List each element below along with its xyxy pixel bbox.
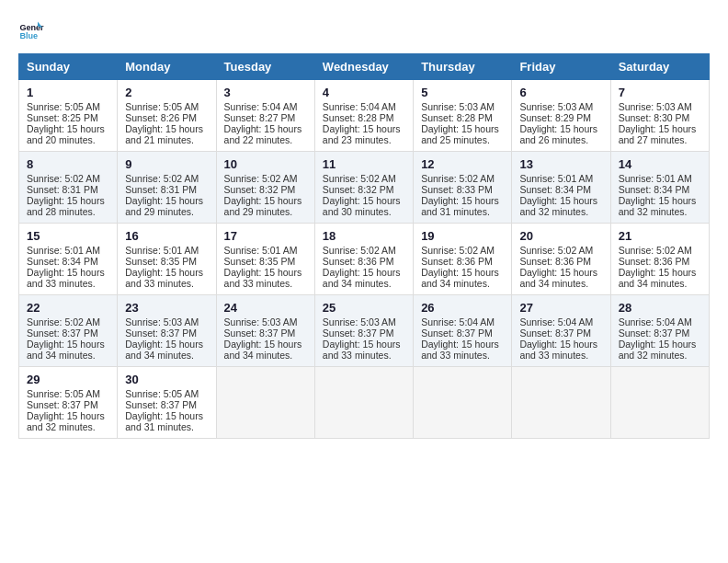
cell-text: and 20 minutes.: [27, 134, 109, 145]
day-number: 23: [125, 301, 208, 315]
cell-text: Sunset: 8:36 PM: [519, 256, 602, 267]
cell-text: Sunset: 8:28 PM: [323, 112, 405, 123]
calendar-cell: 14Sunrise: 5:01 AMSunset: 8:34 PMDayligh…: [610, 152, 709, 224]
day-number: 9: [125, 157, 208, 171]
calendar-cell: 7Sunrise: 5:03 AMSunset: 8:30 PMDaylight…: [610, 80, 709, 152]
cell-text: and 33 minutes.: [519, 350, 602, 361]
calendar-cell: 4Sunrise: 5:04 AMSunset: 8:28 PMDaylight…: [314, 80, 413, 152]
calendar-cell: 25Sunrise: 5:03 AMSunset: 8:37 PMDayligh…: [314, 295, 413, 367]
day-number: 27: [519, 301, 602, 315]
day-number: 26: [421, 301, 504, 315]
cell-text: Daylight: 15 hours: [421, 123, 504, 134]
day-number: 20: [519, 229, 602, 243]
cell-text: Sunrise: 5:04 AM: [421, 316, 504, 327]
calendar-cell: 12Sunrise: 5:02 AMSunset: 8:33 PMDayligh…: [414, 152, 512, 224]
calendar-table: SundayMondayTuesdayWednesdayThursdayFrid…: [18, 53, 710, 439]
calendar-cell: 21Sunrise: 5:02 AMSunset: 8:36 PMDayligh…: [610, 224, 709, 295]
calendar-cell: [512, 367, 610, 439]
cell-text: Sunrise: 5:02 AM: [27, 316, 109, 327]
cell-text: Daylight: 15 hours: [224, 267, 307, 278]
cell-text: Daylight: 15 hours: [421, 339, 504, 350]
cell-text: Daylight: 15 hours: [619, 267, 701, 278]
calendar-cell: 30Sunrise: 5:05 AMSunset: 8:37 PMDayligh…: [118, 367, 216, 439]
cell-text: and 34 minutes.: [323, 278, 405, 289]
day-number: 29: [27, 373, 109, 386]
cell-text: and 23 minutes.: [323, 134, 405, 145]
cell-text: Sunset: 8:27 PM: [224, 112, 307, 123]
week-row-5: 29Sunrise: 5:05 AMSunset: 8:37 PMDayligh…: [19, 367, 710, 439]
cell-text: and 33 minutes.: [125, 278, 208, 289]
day-number: 16: [125, 229, 208, 243]
logo: General Blue: [18, 18, 48, 44]
cell-text: and 25 minutes.: [421, 134, 504, 145]
day-header-friday: Friday: [512, 54, 610, 80]
cell-text: Sunrise: 5:03 AM: [421, 101, 504, 112]
cell-text: Sunrise: 5:05 AM: [27, 101, 109, 112]
calendar-cell: 1Sunrise: 5:05 AMSunset: 8:25 PMDaylight…: [19, 80, 118, 152]
calendar-cell: 17Sunrise: 5:01 AMSunset: 8:35 PMDayligh…: [216, 224, 314, 295]
calendar-cell: 22Sunrise: 5:02 AMSunset: 8:37 PMDayligh…: [19, 295, 118, 367]
cell-text: Sunrise: 5:03 AM: [125, 316, 208, 327]
cell-text: Daylight: 15 hours: [224, 123, 307, 134]
cell-text: Sunset: 8:34 PM: [27, 256, 109, 267]
cell-text: Sunset: 8:32 PM: [323, 184, 405, 195]
cell-text: Sunset: 8:36 PM: [421, 256, 504, 267]
day-number: 28: [619, 301, 701, 315]
calendar-cell: 19Sunrise: 5:02 AMSunset: 8:36 PMDayligh…: [414, 224, 512, 295]
cell-text: Sunrise: 5:04 AM: [323, 101, 405, 112]
day-number: 6: [519, 86, 602, 99]
cell-text: Daylight: 15 hours: [224, 339, 307, 350]
cell-text: and 32 minutes.: [619, 350, 701, 361]
day-number: 22: [27, 301, 109, 315]
cell-text: Daylight: 15 hours: [125, 123, 208, 134]
cell-text: and 22 minutes.: [224, 134, 307, 145]
day-header-thursday: Thursday: [414, 54, 512, 80]
cell-text: Sunset: 8:31 PM: [125, 184, 208, 195]
cell-text: Sunrise: 5:02 AM: [421, 173, 504, 184]
calendar-cell: 20Sunrise: 5:02 AMSunset: 8:36 PMDayligh…: [512, 224, 610, 295]
cell-text: Sunset: 8:37 PM: [619, 327, 701, 339]
calendar-cell: 26Sunrise: 5:04 AMSunset: 8:37 PMDayligh…: [414, 295, 512, 367]
week-row-4: 22Sunrise: 5:02 AMSunset: 8:37 PMDayligh…: [19, 295, 710, 367]
cell-text: Sunrise: 5:03 AM: [323, 316, 405, 327]
cell-text: Daylight: 15 hours: [27, 267, 109, 278]
calendar-cell: 24Sunrise: 5:03 AMSunset: 8:37 PMDayligh…: [216, 295, 314, 367]
day-number: 15: [27, 229, 109, 243]
cell-text: Sunset: 8:37 PM: [125, 327, 208, 339]
cell-text: and 32 minutes.: [519, 206, 602, 217]
cell-text: Daylight: 15 hours: [619, 123, 701, 134]
cell-text: and 33 minutes.: [421, 350, 504, 361]
cell-text: Sunset: 8:28 PM: [421, 112, 504, 123]
calendar-cell: 9Sunrise: 5:02 AMSunset: 8:31 PMDaylight…: [118, 152, 216, 224]
cell-text: Daylight: 15 hours: [323, 267, 405, 278]
cell-text: Daylight: 15 hours: [323, 339, 405, 350]
cell-text: Sunrise: 5:03 AM: [519, 101, 602, 112]
day-number: 1: [27, 86, 109, 99]
cell-text: Daylight: 15 hours: [125, 410, 208, 421]
day-number: 5: [421, 86, 504, 99]
week-row-2: 8Sunrise: 5:02 AMSunset: 8:31 PMDaylight…: [19, 152, 710, 224]
cell-text: Sunrise: 5:02 AM: [224, 173, 307, 184]
calendar-cell: 2Sunrise: 5:05 AMSunset: 8:26 PMDaylight…: [118, 80, 216, 152]
cell-text: and 34 minutes.: [27, 350, 109, 361]
week-row-3: 15Sunrise: 5:01 AMSunset: 8:34 PMDayligh…: [19, 224, 710, 295]
day-number: 17: [224, 229, 307, 243]
day-number: 7: [619, 86, 701, 99]
week-row-1: 1Sunrise: 5:05 AMSunset: 8:25 PMDaylight…: [19, 80, 710, 152]
cell-text: Sunset: 8:32 PM: [224, 184, 307, 195]
calendar-cell: [610, 367, 709, 439]
cell-text: and 34 minutes.: [421, 278, 504, 289]
calendar-cell: 28Sunrise: 5:04 AMSunset: 8:37 PMDayligh…: [610, 295, 709, 367]
cell-text: and 32 minutes.: [27, 421, 109, 432]
calendar-cell: [414, 367, 512, 439]
calendar-cell: 5Sunrise: 5:03 AMSunset: 8:28 PMDaylight…: [414, 80, 512, 152]
cell-text: Daylight: 15 hours: [619, 195, 701, 206]
cell-text: and 27 minutes.: [619, 134, 701, 145]
calendar-cell: 18Sunrise: 5:02 AMSunset: 8:36 PMDayligh…: [314, 224, 413, 295]
cell-text: Sunrise: 5:02 AM: [323, 245, 405, 256]
day-number: 14: [619, 157, 701, 171]
cell-text: Sunrise: 5:02 AM: [27, 173, 109, 184]
cell-text: and 31 minutes.: [125, 421, 208, 432]
cell-text: Sunset: 8:35 PM: [125, 256, 208, 267]
cell-text: Sunset: 8:26 PM: [125, 112, 208, 123]
